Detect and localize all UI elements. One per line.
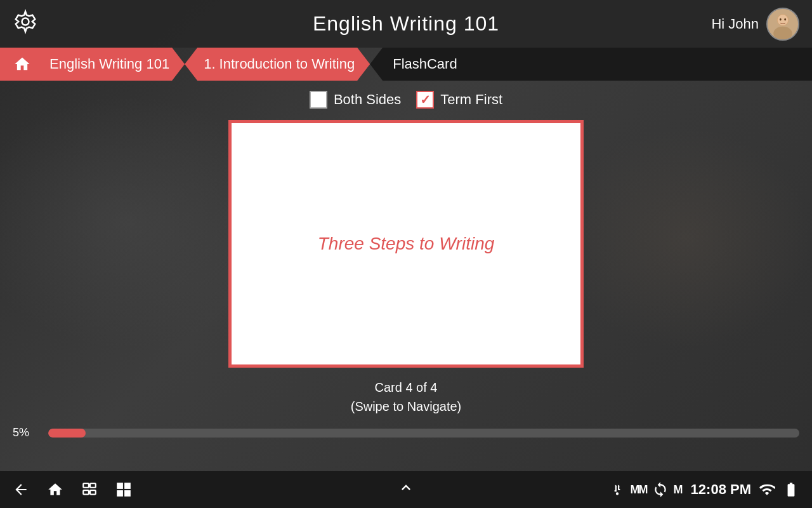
progress-fill (48, 429, 86, 438)
card-area: Three Steps to Writing (0, 115, 812, 373)
swipe-hint: (Swipe to Navigate) (0, 397, 812, 416)
term-first-group: Term First (416, 91, 502, 109)
back-icon[interactable] (13, 481, 29, 498)
svg-point-5 (780, 18, 782, 20)
battery-icon (783, 481, 799, 498)
svg-point-0 (22, 18, 29, 25)
chevron-up-icon[interactable] (397, 479, 415, 500)
term-first-checkbox[interactable] (416, 91, 434, 109)
breadcrumb-spacer (528, 48, 812, 81)
breadcrumb-bar: English Writing 101 1. Introduction to W… (0, 48, 812, 81)
header: English Writing 101 Hi John (0, 0, 812, 48)
sys-right: MM M 12:08 PM (609, 481, 799, 498)
sync-icon (652, 481, 669, 498)
svg-point-3 (773, 26, 792, 40)
home-icon[interactable] (47, 481, 63, 498)
email-icon-2: M (674, 483, 683, 497)
avatar[interactable] (766, 8, 799, 41)
card-info: Card 4 of 4 (Swipe to Navigate) (0, 373, 812, 421)
svg-rect-8 (90, 483, 96, 488)
system-time: 12:08 PM (691, 481, 751, 498)
svg-rect-14 (125, 491, 130, 496)
svg-rect-7 (83, 483, 89, 488)
svg-rect-11 (117, 483, 122, 488)
svg-rect-13 (117, 491, 122, 496)
recents-icon[interactable] (81, 481, 98, 498)
term-first-label: Term First (440, 91, 502, 108)
svg-rect-12 (125, 483, 130, 488)
controls-area: Both Sides Term First (0, 81, 812, 115)
flashcard[interactable]: Three Steps to Writing (228, 120, 584, 368)
progress-label: 5% (13, 426, 38, 439)
both-sides-group: Both Sides (310, 91, 401, 109)
both-sides-label: Both Sides (334, 91, 401, 108)
section-breadcrumb[interactable]: 1. Introduction to Writing (185, 48, 370, 81)
svg-rect-9 (83, 490, 89, 495)
wifi-icon (759, 481, 775, 498)
status-icons: MM M (609, 481, 683, 498)
svg-point-6 (784, 18, 786, 20)
sys-nav-icons (13, 481, 132, 498)
usb-icon (609, 481, 625, 498)
menu-icon[interactable] (115, 481, 132, 498)
settings-icon[interactable] (13, 9, 38, 39)
card-counter: Card 4 of 4 (0, 378, 812, 397)
svg-rect-10 (90, 490, 96, 495)
home-breadcrumb[interactable] (0, 48, 44, 81)
mode-breadcrumb[interactable]: FlashCard (370, 48, 528, 81)
course-breadcrumb[interactable]: English Writing 101 (44, 48, 185, 81)
app-title: English Writing 101 (313, 12, 499, 36)
flashcard-text: Three Steps to Writing (318, 234, 495, 254)
both-sides-checkbox[interactable] (310, 91, 327, 109)
progress-area: 5% (0, 421, 812, 444)
progress-track (48, 429, 799, 438)
system-bar: MM M 12:08 PM (0, 471, 812, 508)
greeting: Hi John (711, 16, 759, 32)
email-icon-1: MM (631, 483, 647, 497)
user-section: Hi John (711, 8, 799, 41)
